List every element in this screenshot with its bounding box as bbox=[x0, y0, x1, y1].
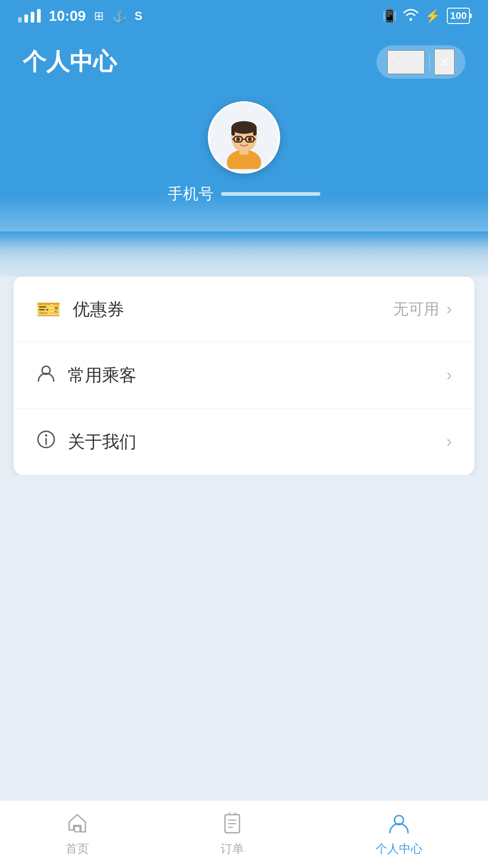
header: 个人中心 ··· × bbox=[0, 32, 488, 101]
nav-item-order[interactable]: 订单 bbox=[193, 806, 271, 863]
menu-item-coupon[interactable]: 🎫 优惠券 无可用 › bbox=[14, 277, 474, 342]
passenger-label: 常用乘客 bbox=[68, 364, 136, 387]
nav-label-order: 订单 bbox=[221, 841, 244, 857]
more-button[interactable]: ··· bbox=[387, 50, 425, 74]
status-icons: 📳 ⚡ 100 bbox=[382, 8, 470, 24]
svg-rect-18 bbox=[75, 826, 80, 832]
menu-item-left-about: 关于我们 bbox=[36, 429, 136, 454]
coupon-value: 无可用 bbox=[393, 299, 439, 320]
nav-item-profile[interactable]: 个人中心 bbox=[348, 806, 450, 863]
signal-icon bbox=[18, 9, 41, 23]
passenger-icon bbox=[36, 363, 56, 387]
vibrate-icon: 📳 bbox=[382, 9, 397, 23]
order-icon bbox=[221, 812, 244, 837]
home-icon bbox=[66, 812, 89, 837]
svg-rect-6 bbox=[253, 127, 257, 136]
avatar-bg-waves bbox=[0, 195, 488, 231]
charging-icon: ⚡ bbox=[425, 9, 441, 24]
menu-item-left-passenger: 常用乘客 bbox=[36, 363, 136, 387]
menu-item-right-passenger: › bbox=[446, 366, 452, 385]
header-actions: ··· × bbox=[376, 45, 465, 79]
status-left: 10:09 ⊞ ⚓ S bbox=[18, 8, 142, 24]
about-label: 关于我们 bbox=[68, 430, 136, 453]
close-button[interactable]: × bbox=[434, 49, 455, 75]
avatar-section: 手机号 bbox=[0, 101, 488, 231]
menu-item-right-about: › bbox=[446, 432, 452, 451]
sim-icon: ⊞ bbox=[94, 9, 104, 23]
svg-point-17 bbox=[45, 434, 47, 437]
coupon-icon: 🎫 bbox=[36, 297, 61, 321]
chevron-right-passenger: › bbox=[446, 366, 452, 385]
menu-item-passenger[interactable]: 常用乘客 › bbox=[14, 342, 474, 409]
status-bar: 10:09 ⊞ ⚓ S 📳 ⚡ 100 bbox=[0, 0, 488, 32]
menu-card: 🎫 优惠券 无可用 › 常用乘客 › bbox=[14, 277, 474, 475]
svg-point-4 bbox=[231, 121, 257, 134]
svg-point-12 bbox=[236, 137, 240, 141]
status-time: 10:09 bbox=[49, 8, 86, 24]
menu-item-left-coupon: 🎫 优惠券 bbox=[36, 297, 124, 321]
wave-section bbox=[0, 231, 488, 277]
wifi-icon bbox=[403, 8, 418, 24]
content-area bbox=[0, 475, 488, 791]
nav-item-home[interactable]: 首页 bbox=[38, 806, 116, 863]
battery-icon: 100 bbox=[447, 8, 470, 24]
nav-label-profile: 个人中心 bbox=[375, 841, 422, 857]
chevron-right-about: › bbox=[446, 432, 452, 451]
avatar[interactable] bbox=[208, 101, 280, 174]
svg-point-13 bbox=[248, 137, 252, 141]
menu-item-right-coupon: 无可用 › bbox=[393, 299, 452, 320]
page-title: 个人中心 bbox=[23, 46, 117, 78]
bottom-nav: 首页 订单 个人中心 bbox=[0, 800, 488, 868]
usb-icon: ⚓ bbox=[112, 9, 127, 23]
about-icon bbox=[36, 429, 56, 454]
coupon-label: 优惠券 bbox=[73, 298, 124, 321]
profile-icon bbox=[387, 812, 411, 837]
s-icon: S bbox=[135, 9, 142, 23]
nav-label-home: 首页 bbox=[66, 841, 89, 857]
menu-item-about[interactable]: 关于我们 › bbox=[14, 409, 474, 475]
chevron-right-coupon: › bbox=[446, 300, 452, 319]
svg-rect-5 bbox=[231, 127, 235, 136]
header-divider bbox=[429, 54, 430, 70]
